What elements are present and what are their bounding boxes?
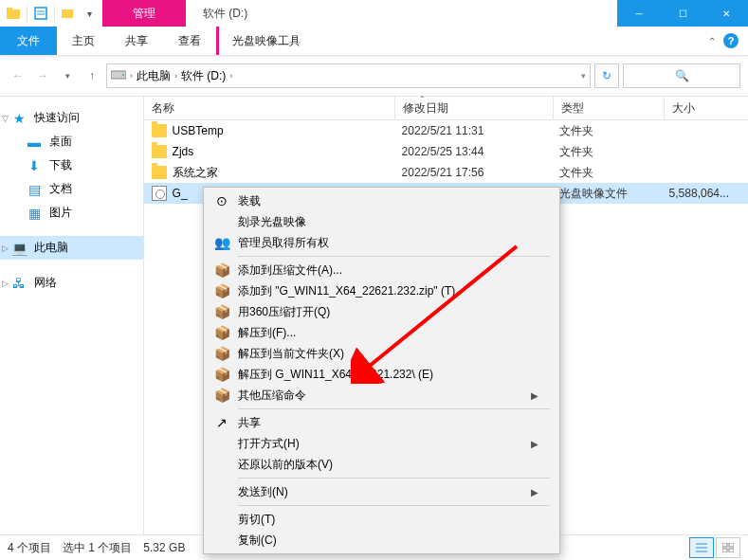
nav-forward-button[interactable]: → bbox=[32, 65, 53, 86]
file-date: 2022/5/25 13:44 bbox=[394, 145, 552, 158]
file-size: 5,588,064... bbox=[662, 187, 748, 200]
column-headers: ⌃ 名称 修改日期 类型 大小 bbox=[144, 97, 748, 120]
address-input[interactable]: › 此电脑 › 软件 (D:) › ▾ bbox=[106, 63, 591, 88]
maximize-button[interactable]: ☐ bbox=[661, 0, 704, 27]
breadcrumb-root[interactable]: 此电脑 bbox=[137, 68, 171, 84]
ribbon-file[interactable]: 文件 bbox=[0, 27, 57, 55]
column-size[interactable]: 大小 bbox=[665, 97, 748, 119]
svg-rect-2 bbox=[35, 8, 46, 19]
folder-icon bbox=[152, 145, 167, 158]
ribbon-tab-home[interactable]: 主页 bbox=[57, 27, 110, 55]
sort-indicator-icon: ⌃ bbox=[419, 95, 426, 103]
close-button[interactable]: ✕ bbox=[704, 0, 748, 27]
file-type: 文件夹 bbox=[552, 123, 662, 139]
context-menu-item[interactable]: 📦用360压缩打开(Q) bbox=[206, 301, 557, 322]
expand-icon[interactable]: ▷ bbox=[2, 279, 9, 288]
file-row[interactable]: Zjds2022/5/25 13:44文件夹 bbox=[144, 141, 748, 162]
nav-this-pc[interactable]: ▷ 💻 此电脑 bbox=[0, 236, 143, 260]
svg-point-7 bbox=[122, 74, 124, 76]
iso-icon bbox=[152, 186, 167, 201]
nav-desktop[interactable]: ▬ 桌面 bbox=[0, 130, 143, 154]
context-menu-item[interactable]: ⊙装载 bbox=[206, 190, 557, 211]
qat-properties-icon[interactable] bbox=[33, 6, 48, 21]
context-menu-item[interactable]: 📦添加到压缩文件(A)... bbox=[206, 260, 557, 280]
expand-icon[interactable]: ▷ bbox=[2, 244, 9, 253]
nav-documents[interactable]: ▤ 文档 bbox=[0, 177, 143, 201]
column-name[interactable]: 名称 bbox=[144, 97, 395, 119]
context-menu-item[interactable]: 复制(C) bbox=[206, 530, 557, 551]
zip-icon: 📦 bbox=[213, 387, 230, 404]
context-menu-separator bbox=[238, 505, 550, 506]
svg-rect-13 bbox=[729, 543, 734, 547]
file-row[interactable]: USBTemp2022/5/21 11:31文件夹 bbox=[144, 120, 748, 141]
file-row[interactable]: 系统之家2022/5/21 17:56文件夹 bbox=[144, 162, 748, 183]
file-type: 文件夹 bbox=[552, 144, 662, 160]
ribbon-tab-disc-tools[interactable]: 光盘映像工具 bbox=[216, 27, 316, 55]
expand-icon[interactable]: ▽ bbox=[2, 114, 9, 123]
chevron-right-icon[interactable]: › bbox=[229, 71, 232, 81]
context-menu-item[interactable]: 📦其他压缩命令▶ bbox=[206, 385, 557, 406]
context-menu-item[interactable]: 👥管理员取得所有权 bbox=[206, 232, 557, 253]
titlebar: ▾ 管理 软件 (D:) ─ ☐ ✕ bbox=[0, 0, 748, 27]
context-menu-label: 解压到 G_WIN11_X64_22621.232\ (E) bbox=[238, 367, 433, 383]
view-large-button[interactable] bbox=[716, 537, 740, 558]
qat-dropdown-icon[interactable]: ▾ bbox=[82, 6, 97, 21]
context-menu-separator bbox=[238, 256, 550, 257]
context-menu-item[interactable]: 📦解压到 G_WIN11_X64_22621.232\ (E) bbox=[206, 364, 557, 385]
pc-icon: 💻 bbox=[11, 241, 27, 256]
zip-icon: 📦 bbox=[213, 262, 230, 279]
nav-pictures[interactable]: ▦ 图片 bbox=[0, 201, 143, 225]
context-menu-item[interactable]: 发送到(N)▶ bbox=[206, 481, 557, 502]
context-menu-label: 剪切(T) bbox=[238, 512, 275, 528]
address-dropdown-icon[interactable]: ▾ bbox=[581, 71, 586, 81]
context-menu-label: 共享 bbox=[238, 415, 261, 431]
view-details-button[interactable] bbox=[689, 537, 714, 558]
drive-icon bbox=[111, 69, 126, 83]
nav-back-button[interactable]: ← bbox=[8, 65, 28, 86]
help-icon[interactable]: ? bbox=[723, 33, 739, 48]
context-menu-item[interactable]: 打开方式(H)▶ bbox=[206, 433, 557, 454]
ribbon-tab-view[interactable]: 查看 bbox=[163, 27, 216, 55]
nav-downloads[interactable]: ⬇ 下载 bbox=[0, 154, 143, 177]
context-menu-item[interactable]: 📦添加到 "G_WIN11_X64_22621.232.zip" (T) bbox=[206, 280, 557, 301]
context-menu-item[interactable]: 剪切(T) bbox=[206, 509, 557, 530]
nav-up-button[interactable]: ↑ bbox=[82, 65, 102, 86]
folder-icon bbox=[152, 166, 167, 179]
context-menu-label: 其他压缩命令 bbox=[238, 388, 306, 404]
star-icon: ★ bbox=[11, 111, 27, 126]
context-menu-item[interactable]: ↗共享 bbox=[206, 412, 557, 433]
zip-icon: 📦 bbox=[213, 303, 230, 320]
context-menu-label: 打开方式(H) bbox=[238, 436, 300, 452]
chevron-right-icon[interactable]: › bbox=[130, 71, 133, 81]
picture-icon: ▦ bbox=[27, 206, 42, 221]
address-bar: ← → ▾ ↑ › 此电脑 › 软件 (D:) › ▾ ↻ 🔍 bbox=[0, 56, 748, 97]
desktop-icon: ▬ bbox=[27, 135, 42, 150]
nav-recent-dropdown[interactable]: ▾ bbox=[57, 65, 78, 86]
nav-network[interactable]: ▷ 🖧 网络 bbox=[0, 271, 143, 295]
qat-newfolder-icon[interactable] bbox=[61, 6, 76, 21]
breadcrumb-folder[interactable]: 软件 (D:) bbox=[181, 68, 226, 84]
ribbon-tab-share[interactable]: 共享 bbox=[110, 27, 163, 55]
search-input[interactable]: 🔍 bbox=[623, 63, 740, 88]
svg-rect-12 bbox=[722, 543, 727, 547]
status-selected: 选中 1 个项目 bbox=[63, 540, 132, 556]
chevron-right-icon[interactable]: › bbox=[174, 71, 177, 81]
column-type[interactable]: 类型 bbox=[554, 97, 665, 119]
refresh-button[interactable]: ↻ bbox=[594, 63, 619, 88]
file-date: 2022/5/21 17:56 bbox=[394, 166, 552, 179]
zip-icon: 📦 bbox=[213, 366, 230, 383]
file-name: 系统之家 bbox=[173, 165, 218, 181]
file-name: USBTemp bbox=[173, 124, 224, 137]
nav-quick-access[interactable]: ▽ ★ 快速访问 bbox=[0, 106, 143, 130]
ribbon-collapse-icon[interactable]: ⌃ bbox=[708, 36, 716, 46]
minimize-button[interactable]: ─ bbox=[617, 0, 661, 27]
context-menu-item[interactable]: 刻录光盘映像 bbox=[206, 211, 557, 232]
context-menu-item[interactable]: 📦解压到(F)... bbox=[206, 322, 557, 343]
status-item-count: 4 个项目 bbox=[8, 540, 51, 556]
context-menu: ⊙装载刻录光盘映像👥管理员取得所有权📦添加到压缩文件(A)...📦添加到 "G_… bbox=[203, 187, 560, 554]
context-menu-label: 解压到当前文件夹(X) bbox=[238, 346, 344, 362]
context-menu-item[interactable]: 📦解压到当前文件夹(X) bbox=[206, 343, 557, 364]
context-tab-manage[interactable]: 管理 bbox=[102, 0, 186, 27]
context-menu-label: 添加到 "G_WIN11_X64_22621.232.zip" (T) bbox=[238, 283, 455, 299]
context-menu-item[interactable]: 还原以前的版本(V) bbox=[206, 454, 557, 475]
